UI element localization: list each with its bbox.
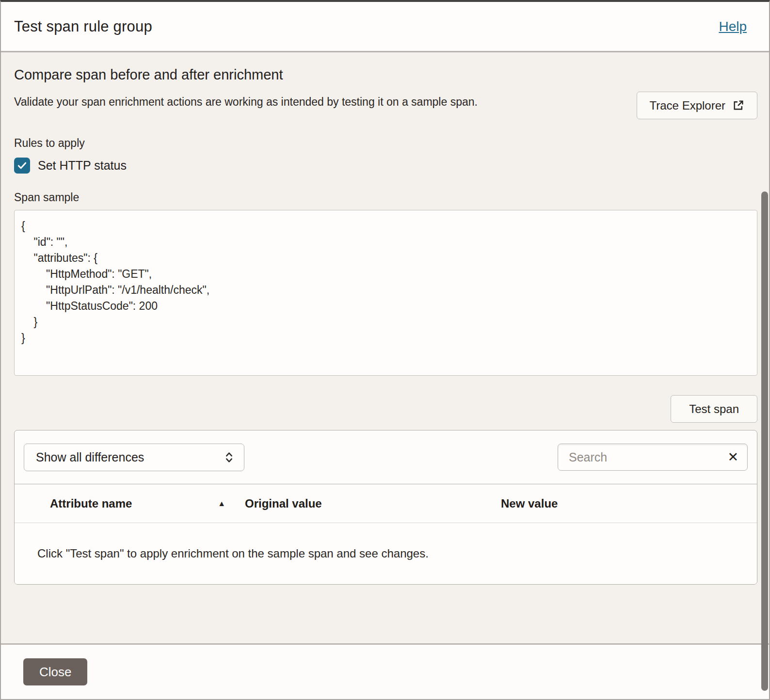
column-header-new-value[interactable]: New value — [501, 497, 757, 510]
rules-to-apply-label: Rules to apply — [14, 137, 757, 150]
span-sample-label: Span sample — [14, 191, 757, 204]
clear-search-icon[interactable]: ✕ — [727, 451, 738, 464]
empty-state-message: Click "Test span" to apply enrichment on… — [15, 523, 757, 584]
column-header-original-value[interactable]: Original value — [245, 497, 501, 510]
trace-explorer-button[interactable]: Trace Explorer — [637, 92, 758, 119]
span-sample-textarea[interactable]: { "id": "", "attributes": { "HttpMethod"… — [14, 210, 757, 376]
new-value-label: New value — [501, 497, 558, 510]
vertical-scrollbar-thumb[interactable] — [761, 191, 768, 691]
set-http-status-label: Set HTTP status — [38, 159, 127, 173]
column-header-attribute-name[interactable]: Attribute name ▲ — [50, 497, 245, 510]
help-link[interactable]: Help — [719, 19, 747, 34]
description-row: Validate your span enrichment actions ar… — [14, 95, 757, 119]
test-span-label: Test span — [689, 402, 739, 416]
test-span-button[interactable]: Test span — [671, 395, 757, 423]
section-description: Validate your span enrichment actions ar… — [14, 95, 478, 109]
test-span-row: Test span — [14, 395, 757, 423]
section-heading: Compare span before and after enrichment — [14, 67, 757, 83]
close-button[interactable]: Close — [23, 658, 87, 685]
http-status-rule-row: Set HTTP status — [14, 158, 757, 174]
dialog-body: Compare span before and after enrichment… — [1, 52, 769, 643]
trace-explorer-label: Trace Explorer — [650, 99, 726, 112]
results-panel: Show all differences ✕ Attribute name — [14, 430, 757, 585]
checkmark-icon — [16, 160, 28, 171]
sort-ascending-icon: ▲ — [218, 499, 225, 508]
results-table-header: Attribute name ▲ Original value New valu… — [15, 484, 757, 523]
results-toolbar: Show all differences ✕ — [15, 430, 757, 484]
search-input[interactable] — [562, 450, 727, 464]
diff-filter-value: Show all differences — [36, 450, 144, 464]
test-span-rule-group-dialog: Test span rule group Help Compare span b… — [0, 0, 770, 700]
chevron-updown-icon — [224, 451, 234, 463]
attribute-name-label: Attribute name — [50, 497, 132, 510]
page-title: Test span rule group — [14, 18, 152, 35]
original-value-label: Original value — [245, 497, 322, 510]
diff-filter-select[interactable]: Show all differences — [24, 444, 244, 471]
dialog-footer: Close — [1, 643, 769, 699]
set-http-status-checkbox[interactable] — [14, 158, 30, 174]
external-link-icon — [732, 99, 744, 111]
search-box: ✕ — [558, 444, 748, 471]
dialog-header: Test span rule group Help — [1, 2, 769, 52]
